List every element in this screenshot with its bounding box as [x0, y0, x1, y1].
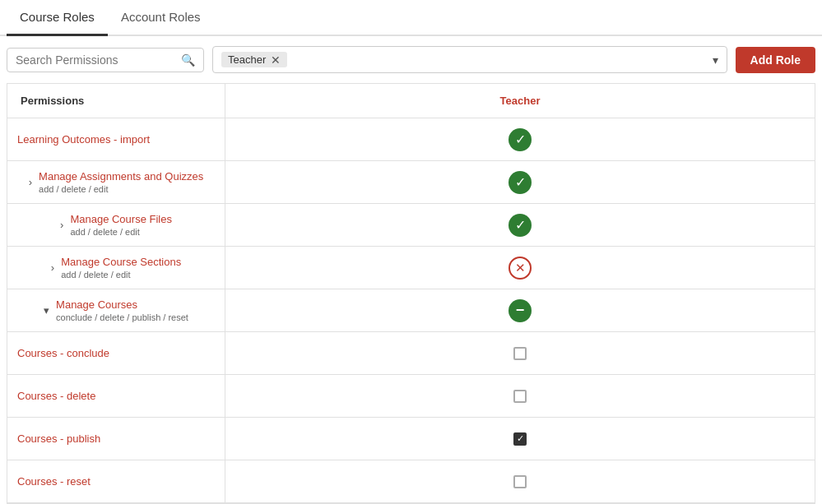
icon-half-manage-courses[interactable]: − — [509, 299, 532, 322]
checkbox-empty-courses-delete[interactable] — [513, 390, 527, 403]
add-role-button[interactable]: Add Role — [736, 47, 815, 73]
left-rows: Learning Outcomes - import›Manage Assign… — [7, 118, 225, 503]
teacher-header: Teacher — [225, 84, 815, 118]
checkbox-empty-courses-conclude[interactable] — [513, 347, 527, 360]
perm-name-courses-reset[interactable]: Courses - reset — [17, 475, 215, 488]
icon-x-manage-course-sections[interactable]: ✕ — [509, 257, 532, 280]
toolbar: 🔍 Teacher ✕ ▾ Add Role — [0, 36, 822, 83]
left-row-manage-course-files: ›Manage Course Filesadd / delete / edit — [7, 204, 225, 247]
right-row-manage-course-sections: ✕ — [225, 247, 815, 289]
right-row-manage-assignments-quizzes: ✓ — [225, 161, 815, 204]
right-row-courses-reset — [225, 460, 815, 503]
filter-box: Teacher ✕ ▾ — [212, 46, 727, 73]
checkbox-checked-courses-publish[interactable]: ✓ — [513, 432, 527, 446]
left-row-courses-publish: Courses - publish — [7, 418, 225, 460]
perm-name-courses-publish[interactable]: Courses - publish — [17, 432, 215, 445]
expand-icon-manage-course-files[interactable]: › — [60, 219, 63, 231]
left-row-courses-delete: Courses - delete — [7, 375, 225, 418]
expand-icon-manage-course-sections[interactable]: › — [51, 261, 54, 274]
perm-sub-manage-course-sections: add / delete / edit — [61, 270, 181, 280]
right-area: Teacher ✓✓✓✕−✓ — [225, 84, 815, 503]
search-icon: 🔍 — [181, 53, 195, 67]
left-column: Permissions Learning Outcomes - import›M… — [7, 84, 225, 503]
checkbox-empty-courses-reset[interactable] — [513, 475, 527, 488]
perm-name-manage-course-files[interactable]: Manage Course Files — [70, 213, 172, 225]
perm-name-manage-courses[interactable]: Manage Courses — [56, 298, 188, 311]
left-row-manage-courses: ▾Manage Coursesconclude / delete / publi… — [7, 289, 225, 332]
tab-account-roles[interactable]: Account Roles — [108, 0, 214, 36]
filter-dropdown-arrow[interactable]: ▾ — [713, 53, 718, 67]
right-rows: ✓✓✓✕−✓ — [225, 118, 815, 503]
filter-tag-label: Teacher — [228, 53, 266, 66]
left-row-manage-assignments-quizzes: ›Manage Assignments and Quizzesadd / del… — [7, 161, 225, 204]
perm-name-manage-course-sections[interactable]: Manage Course Sections — [61, 256, 181, 268]
perm-sub-manage-courses: conclude / delete / publish / reset — [56, 312, 188, 322]
permissions-header: Permissions — [7, 84, 225, 118]
icon-check-manage-course-files[interactable]: ✓ — [509, 214, 532, 237]
right-row-courses-publish: ✓ — [225, 418, 815, 460]
icon-check-learning-outcomes-import[interactable]: ✓ — [509, 128, 532, 151]
right-row-learning-outcomes-import: ✓ — [225, 118, 815, 161]
left-row-learning-outcomes-import: Learning Outcomes - import — [7, 118, 225, 161]
right-row-manage-course-files: ✓ — [225, 204, 815, 247]
filter-tag-teacher: Teacher ✕ — [221, 52, 287, 67]
search-input[interactable] — [16, 53, 176, 67]
left-row-courses-reset: Courses - reset — [7, 460, 225, 503]
tabs-bar: Course Roles Account Roles — [0, 0, 822, 36]
left-row-manage-course-sections: ›Manage Course Sectionsadd / delete / ed… — [7, 247, 225, 289]
filter-tag-close[interactable]: ✕ — [271, 54, 281, 66]
expand-icon-manage-assignments-quizzes[interactable]: › — [29, 176, 32, 188]
perm-name-manage-assignments-quizzes[interactable]: Manage Assignments and Quizzes — [39, 170, 203, 183]
permissions-table: Permissions Learning Outcomes - import›M… — [7, 83, 815, 504]
perm-sub-manage-course-files: add / delete / edit — [70, 227, 172, 237]
right-row-courses-conclude — [225, 332, 815, 375]
perm-name-courses-conclude[interactable]: Courses - conclude — [17, 347, 215, 359]
perm-sub-manage-assignments-quizzes: add / delete / edit — [39, 184, 203, 194]
perm-name-learning-outcomes-import[interactable]: Learning Outcomes - import — [17, 133, 215, 146]
right-row-manage-courses: − — [225, 289, 815, 332]
search-box: 🔍 — [7, 48, 204, 72]
perm-name-courses-delete[interactable]: Courses - delete — [17, 390, 215, 402]
right-row-courses-delete — [225, 375, 815, 418]
expand-icon-manage-courses[interactable]: ▾ — [44, 304, 49, 317]
tab-course-roles[interactable]: Course Roles — [7, 0, 108, 36]
left-row-courses-conclude: Courses - conclude — [7, 332, 225, 375]
icon-check-manage-assignments-quizzes[interactable]: ✓ — [509, 171, 532, 194]
